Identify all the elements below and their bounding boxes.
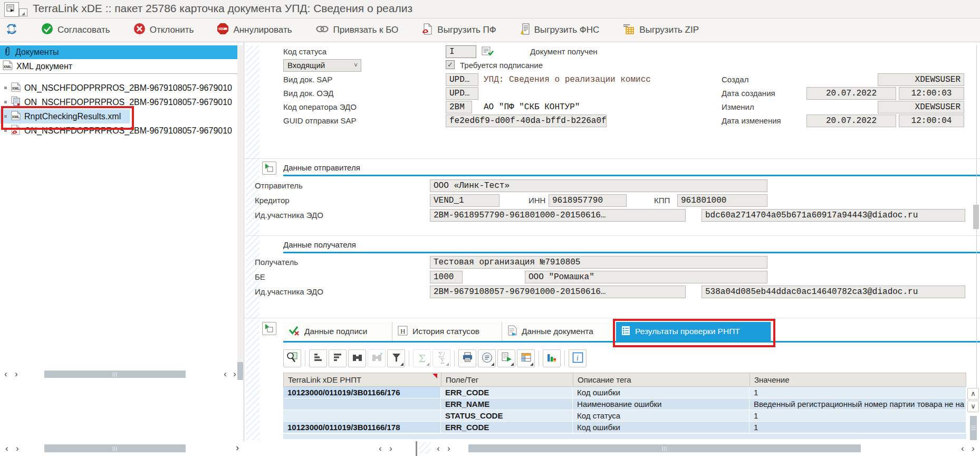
cell-key[interactable]: 10123000/011019/3B01166/176 [283,387,441,398]
left-panel-scroll-left-icon[interactable]: ‹ [2,444,12,453]
tree-item-xml-1[interactable]: XML ON_NSCHFDOPPRPROS_2BM-9679108057-967… [0,81,238,95]
cell-value[interactable]: 1 [750,410,966,422]
table-scroll-down-icon[interactable]: ∨ [967,401,979,412]
expand-section-button[interactable] [262,322,276,335]
receiver-field[interactable]: Тестовая организация №7910805 [430,256,767,269]
kpp-field[interactable]: 961801000 [677,194,767,207]
info-button[interactable]: i [569,349,587,367]
tab-status-history[interactable]: H История статусов [392,322,502,341]
details-button[interactable] [283,349,301,367]
window-menu-icon[interactable] [19,8,27,16]
sort-ascending-button[interactable] [309,349,327,367]
direction-dropdown[interactable]: Входящий ˅ [283,59,361,72]
export-button[interactable] [497,349,515,367]
sender-field[interactable]: ООО «Линк-Тест» [430,179,767,192]
export-zip-button[interactable]: Выгрузить ZIP [622,23,699,38]
subtotal-button[interactable]: Σ/ Σ [433,349,450,367]
cell-desc[interactable]: Код ошибки [573,387,750,398]
guid-field[interactable]: fe2ed6f9-d00f-40da-bffd-b226a0fa4118 [446,115,607,127]
filter-button[interactable] [387,349,405,367]
left-panel-scroll-left-icon[interactable]: ‹ [376,444,385,453]
left-panel-scroll-right-icon[interactable]: › [386,444,396,453]
receiver-edo-id-field[interactable]: 2BM-9679108057-967901000-20150616… [430,286,686,298]
annul-button[interactable]: STOP Аннулировать [217,23,292,37]
table-vscroll-thumb[interactable]: ||| [970,416,977,440]
tree-scroll-left-icon[interactable]: ‹ [220,369,230,379]
sidebar-header-documents[interactable]: Документы [0,45,238,59]
left-panel-hscroll-thumb[interactable]: ||| [44,444,186,452]
find-next-button[interactable] [368,349,386,367]
link-bo-button[interactable]: Привязать к БО [315,25,399,36]
edo-operator-field[interactable]: 2BM [446,101,472,113]
cell-field[interactable]: ERR_NAME [441,398,573,410]
main-scroll-left-icon[interactable]: ‹ [958,444,967,453]
main-scroll-right-icon[interactable]: › [968,444,978,453]
tree-scroll-right-icon[interactable]: › [12,369,21,379]
tree-item-doc-2[interactable]: ON_NSCHFDOPPRPROS_2BM-9679108057-9679010 [0,95,238,109]
changed-time-field[interactable]: 12:00:04 [899,115,964,127]
export-pdf-button[interactable]: Выгрузить ПФ [421,23,496,38]
expand-section-button[interactable] [262,162,276,175]
created-time-field[interactable]: 12:00:03 [899,87,964,100]
status-code-input[interactable]: I [446,45,476,58]
bottom-splitter-divider[interactable] [416,441,417,456]
window-icon[interactable] [4,2,19,17]
receiver-edo-email-field[interactable]: 538a04d085eb44ddac0ac14640782ca3@diadoc.… [702,286,965,298]
main-scroll-left-icon[interactable]: ‹ [434,444,443,453]
column-header-rnpt[interactable]: TerraLink xDE РНПТ [283,373,441,387]
created-by-field[interactable]: XDEWSUSER [878,73,964,86]
cell-key[interactable]: 10123000/011019/3B01166/178 [283,422,441,433]
splitter-expand-icon[interactable]: › [233,443,242,452]
doc-type-sap-field[interactable]: UPD… [446,73,478,86]
doc-type-oed-field[interactable]: UPD… [446,87,478,100]
cell-field[interactable]: STATUS_CODE [441,410,573,422]
column-header-tag-desc[interactable]: Описание тега [573,373,750,387]
be-field[interactable]: 1000 [430,271,463,283]
cell-desc[interactable]: Код ошибки [573,422,750,433]
changed-date-field[interactable]: 20.07.2022 [806,115,896,127]
cell-value[interactable]: 1 [750,422,966,433]
tree-item-pdf-4[interactable]: ON_NSCHFDOPPRPROS_2BM-9679108057-9679010 [0,124,238,138]
created-date-field[interactable]: 20.07.2022 [806,87,896,100]
tree-vscroll-track[interactable] [237,45,243,380]
layout-button[interactable] [517,349,535,367]
sort-descending-button[interactable] [329,349,347,367]
cell-desc[interactable]: Наименование ошибки [573,398,750,410]
main-scroll-right-icon[interactable]: › [444,444,454,453]
cell-field[interactable]: ERR_CODE [441,387,573,398]
tab-document-data[interactable]: Данные документа [502,322,614,341]
sidebar-group-xml-document[interactable]: XML XML документ [0,59,238,74]
export-fns-button[interactable]: Выгрузить ФНС [520,23,600,38]
table-scroll-up-icon[interactable]: ∧ [967,388,979,400]
column-header-value[interactable]: Значение [750,373,966,387]
status-list-icon[interactable] [482,46,494,60]
approve-button[interactable]: Согласовать [41,23,110,37]
tree-vscroll-thumb[interactable] [237,362,243,380]
tree-scroll-left-icon[interactable]: ‹ [1,369,11,379]
sender-edo-email-field[interactable]: bdc60a2714704a05b671a60917a94443@diadoc.… [702,209,965,222]
be-company-field[interactable]: ООО "Ромашка" [525,271,767,283]
sender-edo-id-field[interactable]: 2BM-9618957790-961801000-20150616… [430,209,686,222]
cell-desc[interactable]: Код статуса [573,410,750,422]
cell-value[interactable]: Введенный регистрационный номер партии т… [750,398,966,410]
cell-key[interactable] [283,410,441,422]
tab-signature-data[interactable]: Данные подписи [283,322,392,341]
print-button[interactable] [458,349,476,367]
sum-button[interactable]: Σ [413,349,431,367]
refresh-button[interactable] [5,23,18,38]
views-button[interactable] [478,349,496,367]
tab-rnpt-check-results[interactable]: Результаты проверки РНПТ [616,322,771,341]
creditor-field[interactable]: VEND_1 [430,194,499,207]
main-hscroll-thumb[interactable]: ||| [468,444,861,452]
tree-hscroll-thumb[interactable]: ||| [44,370,186,378]
changed-by-field[interactable]: XDEWSUSER [878,101,964,113]
cell-key[interactable] [283,398,441,410]
tree-item-rnpt-results[interactable]: XML RnptCheckingResults.xml [0,109,130,124]
cell-field[interactable]: ERR_CODE [441,422,573,433]
column-header-field-tag[interactable]: Поле/Тег [441,373,573,387]
main-vscroll-thumb[interactable] [973,205,979,229]
left-panel-scroll-right-icon[interactable]: › [13,444,22,453]
inn-field[interactable]: 9618957790 [549,194,627,207]
reject-button[interactable]: Отклонить [133,23,194,37]
sign-required-checkbox[interactable]: ✓ [446,60,455,69]
